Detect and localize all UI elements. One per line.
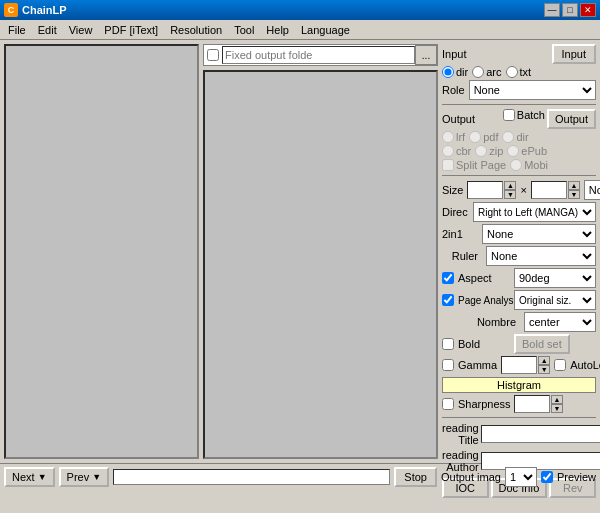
batch-checkbox[interactable]	[503, 109, 515, 121]
nombre-row: Nombre center	[442, 312, 596, 332]
page-analys-checkbox[interactable]	[442, 294, 454, 306]
close-button[interactable]: ✕	[580, 3, 596, 17]
gamma-up[interactable]: ▲	[538, 356, 550, 365]
prev-arrow-icon: ▼	[92, 472, 101, 482]
prev-label: Prev	[67, 471, 90, 483]
file-path-input[interactable]	[222, 46, 415, 64]
page-analys-label: Page Analys	[458, 295, 510, 306]
gamma-down[interactable]: ▼	[538, 365, 550, 374]
aspect-checkbox[interactable]	[442, 272, 454, 284]
menu-help[interactable]: Help	[260, 22, 295, 38]
size-x-separator: ×	[520, 184, 526, 196]
bold-set-button: Bold set	[514, 334, 570, 354]
bold-label: Bold	[458, 338, 510, 350]
twoinone-select[interactable]: None	[482, 224, 596, 244]
histgram-button[interactable]: Histgram	[442, 377, 596, 393]
next-label: Next	[12, 471, 35, 483]
output-image-select[interactable]: 1	[505, 467, 537, 487]
batch-label: Batch	[517, 109, 545, 129]
autolevel-checkbox[interactable]	[554, 359, 566, 371]
size-width-down[interactable]: ▼	[504, 190, 516, 199]
gamma-checkbox[interactable]	[442, 359, 454, 371]
direc-select[interactable]: Right to Left (MANGA)	[473, 202, 596, 222]
preview-checkbox[interactable]	[541, 471, 553, 483]
bottom-toolbar: Next ▼ Prev ▼ Stop Output imag 1 Preview	[0, 463, 600, 489]
nombre-select[interactable]: center	[524, 312, 596, 332]
histgram-row: Histgram	[442, 376, 596, 393]
size-width-input[interactable]: 584	[467, 181, 503, 199]
output-pdf-label: pdf	[483, 131, 498, 143]
size-height-down[interactable]: ▼	[568, 190, 580, 199]
nombre-label: Nombre	[456, 316, 516, 328]
reading-author-label: readingAuthor	[442, 449, 479, 473]
output-radio-lrf	[442, 131, 454, 143]
size-row: Size 584 ▲ ▼ × 754 ▲ ▼ Normal	[442, 180, 596, 200]
minimize-button[interactable]: —	[544, 3, 560, 17]
size-height-up[interactable]: ▲	[568, 181, 580, 190]
sharpness-down[interactable]: ▼	[551, 404, 563, 413]
size-mode-select[interactable]: Normal	[584, 180, 600, 200]
browse-button[interactable]: ...	[415, 45, 437, 65]
stop-button[interactable]: Stop	[394, 467, 437, 487]
direc-row: Direc Right to Left (MANGA)	[442, 202, 596, 222]
prev-button[interactable]: Prev ▼	[59, 467, 110, 487]
menu-tool[interactable]: Tool	[228, 22, 260, 38]
menu-pdf[interactable]: PDF [iText]	[98, 22, 164, 38]
reading-author-input[interactable]	[481, 452, 600, 470]
output-mobi-label: Mobi	[524, 159, 548, 171]
sharpness-input[interactable]: 3	[514, 395, 550, 413]
reading-title-row: readingTitle	[442, 422, 596, 446]
main-content: ... Input Input dir arc txt Role	[0, 40, 600, 463]
bold-checkbox[interactable]	[442, 338, 454, 350]
menu-language[interactable]: Language	[295, 22, 356, 38]
menu-view[interactable]: View	[63, 22, 99, 38]
preview-label: Preview	[557, 471, 596, 483]
fixed-output-checkbox[interactable]	[207, 49, 219, 61]
split-page-checkbox	[442, 159, 454, 171]
output-lrf-label: lrf	[456, 131, 465, 143]
input-type-group: dir arc txt	[442, 66, 596, 78]
bold-row: Bold Bold set	[442, 334, 596, 354]
output-cbr-label: cbr	[456, 145, 471, 157]
aspect-select[interactable]: 90deg	[514, 268, 596, 288]
output-type-group3: Split Page Mobi	[442, 159, 596, 171]
menu-bar: File Edit View PDF [iText] Resolution To…	[0, 20, 600, 40]
page-analys-row: Page Analys Original siz.	[442, 290, 596, 310]
maximize-button[interactable]: □	[562, 3, 578, 17]
output-radio-cbr	[442, 145, 454, 157]
ruler-select[interactable]: None	[486, 246, 596, 266]
gamma-label: Gamma	[458, 359, 497, 371]
input-label: Input	[442, 48, 466, 60]
output-radio-dir	[502, 131, 514, 143]
output-button[interactable]: Output	[547, 109, 596, 129]
title-bar: C ChainLP — □ ✕	[0, 0, 600, 20]
size-width-up[interactable]: ▲	[504, 181, 516, 190]
gamma-input[interactable]: 1.6	[501, 356, 537, 374]
output-type-group: lrf pdf dir	[442, 131, 596, 143]
menu-resolution[interactable]: Resolution	[164, 22, 228, 38]
reading-title-input[interactable]	[481, 425, 600, 443]
next-arrow-icon: ▼	[38, 472, 47, 482]
output-epub-label: ePub	[521, 145, 547, 157]
output-dir-label: dir	[516, 131, 528, 143]
menu-file[interactable]: File	[2, 22, 32, 38]
page-analys-select[interactable]: Original siz.	[514, 290, 596, 310]
input-radio-dir[interactable]	[442, 66, 454, 78]
sharpness-up[interactable]: ▲	[551, 395, 563, 404]
size-height-input[interactable]: 754	[531, 181, 567, 199]
sharpness-checkbox[interactable]	[442, 398, 454, 410]
next-button[interactable]: Next ▼	[4, 467, 55, 487]
input-button[interactable]: Input	[552, 44, 596, 64]
role-select[interactable]: None	[469, 80, 596, 100]
menu-edit[interactable]: Edit	[32, 22, 63, 38]
role-label: Role	[442, 84, 465, 96]
progress-area	[113, 469, 390, 485]
output-radio-pdf	[469, 131, 481, 143]
role-row: Role None	[442, 80, 596, 100]
output-section-header: Output Batch Output	[442, 109, 596, 129]
app-icon: C	[4, 3, 18, 17]
sharpness-label: Sharpness	[458, 398, 510, 410]
input-radio-arc[interactable]	[472, 66, 484, 78]
preview-panel	[4, 44, 199, 459]
input-radio-txt[interactable]	[506, 66, 518, 78]
